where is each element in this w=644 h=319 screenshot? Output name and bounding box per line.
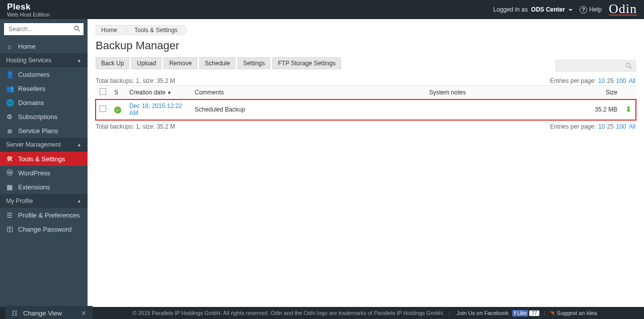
page-title: Backup Manager xyxy=(96,39,636,52)
home-icon: ⌂ xyxy=(6,43,13,50)
collapse-icon: ▲ xyxy=(77,58,82,63)
backup-size: 35.2 MB xyxy=(586,99,621,120)
settings-button[interactable]: Settings xyxy=(237,57,270,69)
logged-in-user[interactable]: Logged in as ODS Center xyxy=(493,6,573,13)
backup-button[interactable]: Back Up xyxy=(96,57,129,69)
odin-logo[interactable]: Odin xyxy=(609,4,637,16)
change-view-button[interactable]: ☷Change View ✕ xyxy=(5,306,93,319)
user-dropdown-caret-icon xyxy=(569,9,573,11)
sidebar-item-domains[interactable]: 🌐Domains xyxy=(0,95,88,110)
sidebar-item-wordpress[interactable]: ⓦWordPress xyxy=(0,166,88,180)
sidebar-item-customers[interactable]: 👤Customers xyxy=(0,67,88,81)
breadcrumb: Home Tools & Settings xyxy=(96,25,636,35)
collapse-icon: ▲ xyxy=(77,198,82,203)
sort-desc-icon: ▼ xyxy=(167,90,172,95)
ftp-storage-button[interactable]: FTP Storage Settings xyxy=(272,57,341,69)
col-size[interactable]: Size xyxy=(586,86,621,99)
status-ok-icon: ✓ xyxy=(114,107,121,114)
facebook-link[interactable]: Join Us on Facebook xyxy=(456,310,508,316)
tools-icon: 🛠 xyxy=(6,155,13,163)
col-creation-date[interactable]: Creation date▼ xyxy=(125,86,191,99)
table-row[interactable]: ✓ Dec 18, 2015 12:22 AM Scheduled Backup… xyxy=(96,99,636,120)
remove-button[interactable]: Remove xyxy=(164,57,197,69)
backup-summary-bottom: Total backups: 1, size: 35.2 M xyxy=(96,123,175,130)
collapse-icon: ▲ xyxy=(77,142,82,147)
card-icon: ☰ xyxy=(6,211,13,219)
col-status[interactable]: S xyxy=(110,86,125,99)
svg-point-0 xyxy=(74,26,78,30)
toolbar: Back Up Upload Remove Schedule Settings … xyxy=(96,57,341,69)
sidebar-section-server[interactable]: Server Management▲ xyxy=(0,138,88,152)
top-bar: Plesk Web Host Edition Logged in as ODS … xyxy=(0,0,644,19)
perpage-10[interactable]: 10 xyxy=(598,77,605,84)
sidebar-item-change-password[interactable]: ⚿Change Password xyxy=(0,222,88,236)
entries-per-page-bottom: Entries per page: 10 25 100 All xyxy=(550,123,636,130)
perpage-100[interactable]: 100 xyxy=(616,77,626,84)
sidebar-home[interactable]: ⌂ Home xyxy=(0,39,88,53)
backup-table: S Creation date▼ Comments System notes S… xyxy=(96,85,636,120)
sidebar-search[interactable] xyxy=(4,23,84,35)
download-icon[interactable]: ⬇ xyxy=(625,105,632,114)
people-icon: 👥 xyxy=(6,85,13,92)
sidebar-item-extensions[interactable]: ▦Extensions xyxy=(0,180,88,194)
sidebar-item-service-plans[interactable]: ≣Service Plans xyxy=(0,124,88,138)
close-icon[interactable]: ✕ xyxy=(81,309,87,317)
perpage-all[interactable]: All xyxy=(629,123,635,130)
globe-icon: 🌐 xyxy=(6,99,13,107)
list-icon: ≣ xyxy=(6,127,13,135)
key-icon: ⚿ xyxy=(6,226,13,233)
main-content: Home Tools & Settings Backup Manager Bac… xyxy=(88,19,644,307)
select-all-checkbox[interactable] xyxy=(100,88,106,95)
brand-sub: Web Host Edition xyxy=(7,12,50,18)
backup-comment: Scheduled Backup xyxy=(191,99,425,120)
sidebar-section-hosting[interactable]: Hosting Services▲ xyxy=(0,53,88,67)
perpage-25[interactable]: 25 xyxy=(607,123,614,130)
svg-line-3 xyxy=(630,67,632,69)
col-comments[interactable]: Comments xyxy=(191,86,425,99)
perpage-all[interactable]: All xyxy=(629,77,635,84)
entries-per-page-top: Entries per page: 10 25 100 All xyxy=(550,77,636,84)
search-input[interactable] xyxy=(4,23,84,35)
facebook-like-button[interactable]: fLike xyxy=(512,310,529,316)
sidebar-item-resellers[interactable]: 👥Resellers xyxy=(0,81,88,95)
perpage-100[interactable]: 100 xyxy=(616,123,626,130)
person-icon: 👤 xyxy=(6,71,13,78)
sidebar-section-profile[interactable]: My Profile▲ xyxy=(0,194,88,208)
help-link[interactable]: ? Help xyxy=(580,6,602,14)
svg-line-1 xyxy=(78,30,80,32)
sidebar-item-profile-prefs[interactable]: ☰Profile & Preferences xyxy=(0,208,88,222)
sidebar: ⌂ Home Hosting Services▲ 👤Customers 👥Res… xyxy=(0,19,88,307)
gear-icon: ⚙ xyxy=(6,113,13,121)
table-search[interactable] xyxy=(555,60,636,72)
suggest-idea-link[interactable]: Suggest an Idea xyxy=(557,310,597,316)
backup-date-link[interactable]: Dec 18, 2015 12:22 AM xyxy=(129,102,182,117)
svg-point-2 xyxy=(626,63,630,67)
breadcrumb-tools[interactable]: Tools & Settings xyxy=(126,25,184,35)
wordpress-icon: ⓦ xyxy=(6,168,13,177)
footer: ☷Change View ✕ © 2015 Parallels IP Holdi… xyxy=(0,307,644,319)
search-icon xyxy=(73,25,80,34)
copyright: © 2015 Parallels IP Holdings GmbH. All r… xyxy=(132,310,444,316)
breadcrumb-home[interactable]: Home xyxy=(96,25,124,35)
schedule-button[interactable]: Schedule xyxy=(199,57,235,69)
backup-notes xyxy=(425,99,586,120)
bulb-icon: ◥ xyxy=(550,310,554,316)
upload-button[interactable]: Upload xyxy=(131,57,162,69)
brand-name: Plesk xyxy=(7,3,50,11)
facebook-like-count: 77 xyxy=(529,310,539,316)
backup-summary-top: Total backups: 1, size: 35.2 M xyxy=(96,77,175,84)
view-icon: ☷ xyxy=(11,309,18,317)
perpage-10[interactable]: 10 xyxy=(598,123,605,130)
row-checkbox[interactable] xyxy=(100,105,106,112)
col-system-notes[interactable]: System notes xyxy=(425,86,586,99)
search-icon xyxy=(625,62,632,71)
extensions-icon: ▦ xyxy=(6,183,13,191)
sidebar-item-subscriptions[interactable]: ⚙Subscriptions xyxy=(0,110,88,124)
help-icon: ? xyxy=(580,6,587,14)
sidebar-item-tools-settings[interactable]: 🛠Tools & Settings xyxy=(0,152,88,166)
brand: Plesk Web Host Edition xyxy=(7,3,50,18)
perpage-25[interactable]: 25 xyxy=(607,77,614,84)
